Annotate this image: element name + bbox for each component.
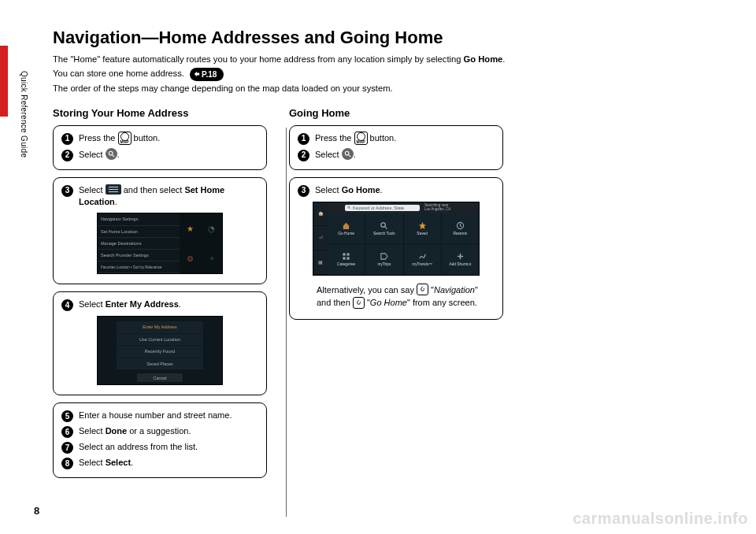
col1-step-1: 1 Press the button. bbox=[61, 132, 258, 146]
step-number-icon: 1 bbox=[61, 133, 73, 145]
col1-step-5: 5 Enter a house number and street name. bbox=[61, 410, 258, 422]
map-button-icon bbox=[118, 132, 132, 145]
intro-line-2: You can store one home address. P.18 bbox=[53, 67, 738, 81]
screenshot-nav-settings: Navigation Settings Set Home Location Ma… bbox=[97, 213, 223, 274]
intro-line-1: The "Home" feature automatically routes … bbox=[53, 53, 738, 66]
search-icon bbox=[342, 148, 354, 160]
col1-box-1: 1 Press the button. 2 Select . bbox=[53, 125, 267, 170]
col1-step-6: 6 Select Done or a suggestion. bbox=[61, 425, 258, 438]
step-number-icon: 8 bbox=[61, 458, 73, 469]
voice-icon bbox=[417, 284, 428, 295]
col2-step-3: 3 Select Go Home. bbox=[298, 184, 495, 197]
svg-line-7 bbox=[385, 227, 387, 229]
col2-step-2: 2 Select . bbox=[298, 149, 495, 161]
svg-rect-10 bbox=[347, 254, 350, 256]
column-going-home: Going Home 1 Press the button. 2 Select … bbox=[289, 107, 503, 486]
svg-point-4 bbox=[348, 206, 350, 208]
svg-point-16 bbox=[360, 302, 361, 302]
col1-box-3: 4 Select Enter My Address. Enter My Addr… bbox=[53, 291, 267, 395]
screenshot-go-home: 🏠⏎▦ Keyword or Address, State Searching … bbox=[313, 202, 480, 276]
svg-rect-9 bbox=[343, 254, 346, 256]
svg-point-2 bbox=[345, 151, 349, 155]
svg-rect-11 bbox=[343, 258, 346, 260]
page-content: Navigation—Home Addresses and Going Home… bbox=[53, 28, 738, 485]
step-number-icon: 7 bbox=[61, 442, 73, 454]
col1-step-7: 7 Select an address from the list. bbox=[61, 441, 258, 454]
step-number-icon: 1 bbox=[298, 133, 309, 145]
column-divider bbox=[286, 128, 287, 517]
page-reference-badge: P.18 bbox=[190, 68, 224, 82]
step-number-icon: 4 bbox=[61, 299, 73, 311]
svg-point-0 bbox=[109, 151, 113, 155]
watermark: carmanualsonline.info bbox=[573, 510, 748, 528]
page-number: 8 bbox=[34, 505, 39, 517]
step-number-icon: 2 bbox=[298, 150, 309, 161]
col2-box-1: 1 Press the button. 2 Select . bbox=[289, 125, 503, 170]
col1-step-3: 3 Select and then select Set Home Locati… bbox=[61, 184, 258, 209]
step-number-icon: 3 bbox=[61, 185, 73, 197]
col2-heading: Going Home bbox=[289, 107, 503, 119]
col2-box-2: 3 Select Go Home. 🏠⏎▦ Keyword or Address… bbox=[289, 177, 503, 320]
svg-rect-12 bbox=[347, 258, 350, 260]
step-number-icon: 3 bbox=[298, 185, 309, 197]
step-number-icon: 6 bbox=[61, 426, 73, 438]
col1-box-4: 5 Enter a house number and street name. … bbox=[53, 402, 267, 478]
voice-icon bbox=[353, 297, 365, 309]
screenshot-enter-address: Enter My Address Use Current Location Re… bbox=[97, 316, 223, 385]
svg-point-6 bbox=[381, 223, 386, 228]
col1-step-8: 8 Select Select. bbox=[61, 457, 258, 469]
side-section-label: Quick Reference Guide bbox=[20, 71, 28, 158]
svg-line-3 bbox=[348, 155, 350, 158]
col1-step-2: 2 Select . bbox=[61, 149, 258, 161]
column-storing-home: Storing Your Home Address 1 Press the bu… bbox=[53, 107, 267, 486]
col1-step-4: 4 Select Enter My Address. bbox=[61, 299, 258, 311]
svg-point-15 bbox=[424, 288, 424, 289]
col1-heading: Storing Your Home Address bbox=[53, 107, 267, 119]
intro-line-3: The order of the steps may change depend… bbox=[53, 82, 738, 95]
page-title: Navigation—Home Addresses and Going Home bbox=[53, 28, 738, 48]
col2-step-1: 1 Press the button. bbox=[298, 132, 495, 146]
menu-icon bbox=[106, 184, 121, 195]
svg-line-5 bbox=[350, 208, 350, 209]
map-button-icon bbox=[354, 132, 368, 145]
step-number-icon: 2 bbox=[61, 150, 73, 161]
voice-alternative-note: Alternatively, you can say "Navigation" … bbox=[317, 284, 493, 310]
svg-line-1 bbox=[112, 155, 114, 158]
side-accent-bar bbox=[0, 46, 8, 117]
step-number-icon: 5 bbox=[61, 410, 73, 422]
col1-box-2: 3 Select and then select Set Home Locati… bbox=[53, 177, 267, 285]
search-icon bbox=[106, 148, 117, 160]
